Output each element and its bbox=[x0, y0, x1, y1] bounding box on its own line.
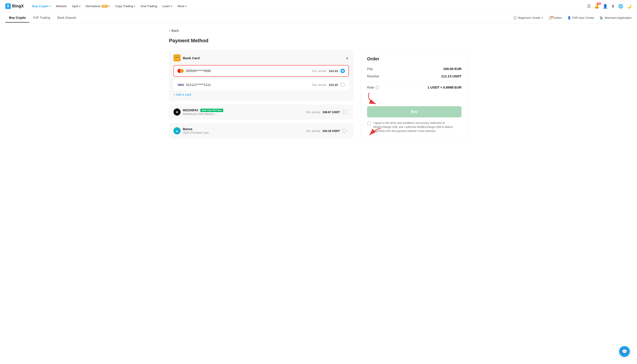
rate-label: Rate i bbox=[367, 86, 379, 89]
book-icon: 📋 bbox=[513, 16, 517, 20]
subnav: Buy Crypto P2P Trading Bank Deposit 📋 Be… bbox=[0, 12, 637, 23]
visa-radio[interactable] bbox=[341, 82, 345, 87]
subnav-actions: 📋 Beginner's Guide ▾ 📋 Orders 👤 P2P User… bbox=[513, 16, 632, 20]
chevron-icon: ▾ bbox=[185, 5, 186, 8]
back-button[interactable]: ‹ Back bbox=[169, 28, 468, 32]
navbar: X BingX Buy Crypto ▾ Markets Spot ▾ Deri… bbox=[0, 0, 637, 12]
mastercard-radio[interactable] bbox=[341, 69, 345, 73]
moonpay-icon: ● bbox=[173, 108, 181, 116]
visa-icon: VISA bbox=[177, 83, 184, 86]
logo-text: BingX bbox=[12, 4, 24, 8]
nav-learn[interactable]: Learn ▾ bbox=[160, 3, 175, 9]
banxa-info: Banxa SEPA,PIX,Bank Card, bbox=[183, 127, 306, 134]
nav-icon-download[interactable]: ⬇ bbox=[611, 4, 615, 9]
nav-buy-crypto[interactable]: Buy Crypto ▾ bbox=[30, 3, 53, 9]
chevron-icon: ▾ bbox=[171, 5, 172, 8]
order-title: Order bbox=[367, 56, 462, 62]
visa-est-label: Est. arrival bbox=[312, 83, 326, 86]
page-title: Payment Method bbox=[169, 38, 468, 44]
receive-label: Receive bbox=[367, 74, 379, 78]
pay-label: Pay bbox=[367, 67, 373, 71]
mastercard-item[interactable]: 555555******5599 Est. arrival 111.13 bbox=[173, 65, 349, 77]
nav-icon-notifications[interactable]: 🔔 24 bbox=[594, 4, 599, 9]
nav-icon-document[interactable]: ☰ bbox=[587, 4, 591, 9]
arrow-svg bbox=[363, 90, 390, 108]
receive-value: 111.13 USDT bbox=[441, 74, 462, 78]
order-pay-row: Pay 100.00 EUR bbox=[367, 67, 462, 71]
moonpay-section[interactable]: ● MOONPAY New User 0% Fees MasterCard,VI… bbox=[169, 104, 354, 120]
agreement-text: I agree to the terms and conditions and … bbox=[373, 121, 462, 133]
banxa-radio[interactable] bbox=[342, 128, 347, 133]
nav-icon-theme[interactable]: 🌙 bbox=[627, 4, 632, 9]
nav-icon-profile[interactable]: 👤 bbox=[603, 4, 608, 9]
user-icon: 👤 bbox=[567, 16, 571, 20]
moonpay-arrival: Est. arrival 108.67 USDT bbox=[306, 110, 349, 114]
banxa-est-label: Est. arrival bbox=[306, 129, 320, 132]
nav-markets[interactable]: Markets bbox=[54, 3, 69, 9]
bank-card-header[interactable]: 💳 Bank Card ▲ bbox=[173, 54, 349, 62]
mastercard-est-label: Est. arrival bbox=[312, 69, 326, 73]
moonpay-info: MOONPAY New User 0% Fees MasterCard,VISA… bbox=[183, 108, 306, 116]
buy-button[interactable]: Buy bbox=[367, 106, 462, 118]
add-card-button[interactable]: + Add a card bbox=[173, 93, 349, 96]
tab-p2p-trading[interactable]: P2P Trading bbox=[29, 13, 54, 22]
moonpay-est-value: 108.67 USDT bbox=[322, 110, 340, 114]
rate-info-icon[interactable]: i bbox=[376, 86, 379, 89]
chevron-down-icon: ▾ bbox=[542, 16, 543, 19]
logo[interactable]: X BingX bbox=[5, 3, 24, 9]
visa-est-value: 111.13 bbox=[329, 83, 338, 86]
banxa-desc: SEPA,PIX,Bank Card, bbox=[183, 131, 306, 134]
collapse-icon: ▲ bbox=[345, 56, 349, 60]
nav-derivatives[interactable]: Derivatives HOT ▾ bbox=[84, 3, 112, 9]
nav-copy-trading[interactable]: Copy Trading ▾ bbox=[113, 3, 137, 9]
visa-number: 411111******1111 bbox=[186, 83, 312, 86]
left-column: 💳 Bank Card ▲ 555555******5599 Est. arri… bbox=[169, 50, 354, 138]
mastercard-number: 555555******5599 bbox=[186, 69, 312, 73]
logo-icon: X bbox=[5, 3, 11, 9]
nav-more[interactable]: More ▾ bbox=[175, 3, 189, 9]
agreement-radio[interactable] bbox=[367, 122, 371, 126]
order-panel: Order Pay 100.00 EUR Receive 111.13 USDT… bbox=[361, 50, 468, 140]
nav-icons: ☰ 🔔 24 👤 ⬇ 🌐 🌙 bbox=[587, 4, 632, 9]
order-rate-row: Rate i 1 USDT ≈ 0.8998 EUR bbox=[367, 86, 462, 89]
nav-grid-trading[interactable]: Grid Trading bbox=[138, 3, 159, 9]
orders-link[interactable]: 📋 Orders bbox=[548, 16, 562, 20]
tab-bank-deposit[interactable]: Bank Deposit bbox=[54, 13, 80, 22]
pay-value: 100.00 EUR bbox=[443, 67, 462, 71]
moonpay-est-label: Est. arrival bbox=[306, 110, 320, 114]
nav-spot[interactable]: Spot ▾ bbox=[70, 3, 83, 9]
chevron-icon: ▾ bbox=[134, 5, 135, 8]
merchant-application-link[interactable]: 🏪 Merchant Application bbox=[600, 16, 632, 20]
moonpay-badge: New User 0% Fees bbox=[200, 109, 223, 112]
moonpay-icon-wrapper: ● bbox=[173, 108, 181, 116]
mastercard-icon bbox=[177, 69, 184, 73]
tab-buy-crypto[interactable]: Buy Crypto bbox=[5, 13, 29, 22]
p2p-user-center-link[interactable]: 👤 P2P User Center bbox=[567, 16, 594, 20]
hot-badge: HOT bbox=[102, 5, 108, 8]
chevron-icon: ▾ bbox=[109, 5, 110, 8]
moonpay-radio[interactable] bbox=[342, 110, 347, 114]
order-divider bbox=[367, 82, 462, 82]
nav-links: Buy Crypto ▾ Markets Spot ▾ Derivatives … bbox=[30, 3, 584, 9]
agreement-section: I agree to the terms and conditions and … bbox=[367, 121, 462, 133]
back-arrow-icon: ‹ bbox=[169, 28, 170, 32]
right-column: Order Pay 100.00 EUR Receive 111.13 USDT… bbox=[361, 50, 468, 140]
banxa-name: Banxa bbox=[183, 127, 306, 131]
banxa-icon: ▲ bbox=[173, 127, 181, 134]
moonpay-desc: MasterCard,VISA,Maestro,... bbox=[183, 112, 306, 116]
banxa-arrival: Est. arrival 104.16 USDT bbox=[306, 128, 349, 133]
beginners-guide-link[interactable]: 📋 Beginner's Guide ▾ bbox=[513, 16, 543, 20]
arrow-container bbox=[367, 93, 462, 106]
rate-value: 1 USDT ≈ 0.8998 EUR bbox=[428, 86, 462, 89]
banxa-est-value: 104.16 USDT bbox=[322, 129, 340, 132]
banxa-icon-wrapper: ▲ bbox=[173, 127, 181, 134]
layout: 💳 Bank Card ▲ 555555******5599 Est. arri… bbox=[169, 50, 468, 140]
main-content: ‹ Back Payment Method 💳 Bank Card ▲ bbox=[162, 23, 475, 145]
banxa-section[interactable]: ▲ Banxa SEPA,PIX,Bank Card, Est. arrival… bbox=[169, 123, 354, 138]
bank-card-icon: 💳 bbox=[173, 54, 181, 62]
mastercard-est-value: 111.13 bbox=[329, 69, 338, 73]
bank-card-section: 💳 Bank Card ▲ 555555******5599 Est. arri… bbox=[169, 50, 354, 101]
visa-item[interactable]: VISA 411111******1111 Est. arrival 111.1… bbox=[173, 79, 349, 90]
nav-icon-language[interactable]: 🌐 bbox=[618, 4, 623, 9]
chevron-icon: ▾ bbox=[79, 5, 80, 8]
